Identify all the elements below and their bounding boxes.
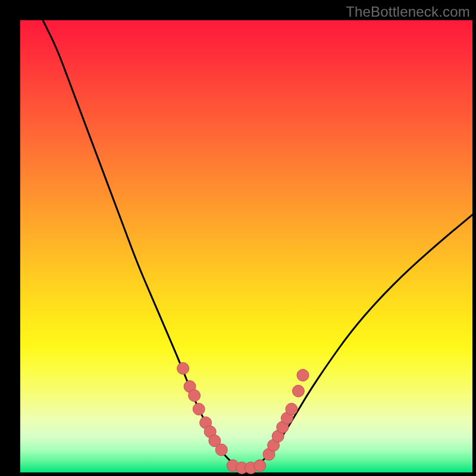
data-dot bbox=[254, 460, 266, 472]
data-dot bbox=[297, 369, 309, 381]
data-dot bbox=[286, 403, 298, 415]
dot-group bbox=[177, 362, 309, 474]
data-dot bbox=[215, 444, 227, 456]
plot-area bbox=[20, 20, 472, 472]
bottleneck-curve bbox=[43, 20, 472, 468]
data-dot bbox=[177, 362, 189, 374]
data-dot bbox=[189, 390, 201, 402]
data-dot bbox=[292, 385, 304, 397]
data-dot bbox=[193, 403, 205, 415]
chart-svg bbox=[20, 20, 472, 472]
outer-frame: TheBottleneck.com bbox=[0, 0, 476, 476]
watermark-text: TheBottleneck.com bbox=[346, 4, 470, 20]
